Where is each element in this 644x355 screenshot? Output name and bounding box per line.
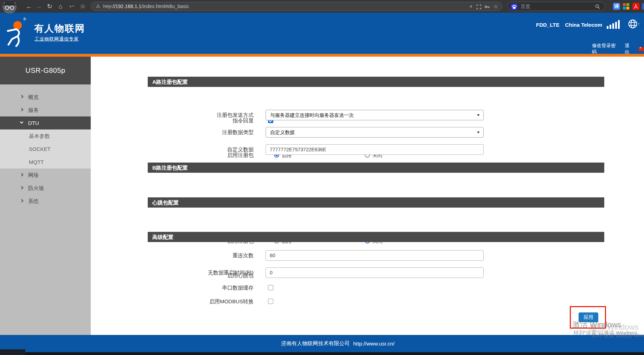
page-footer: 济南有人物联网技术有限公司 http://www.usr.cn/ bbox=[0, 335, 644, 352]
chevron-right-icon bbox=[20, 95, 24, 99]
row-no-data-restart: 无数据重启时间(秒) bbox=[91, 267, 644, 278]
sidebar: USR-G805p 概览 服务 DTU 基本参数 SOCKET MQTT 网络 … bbox=[0, 57, 91, 335]
serial-cache-checkbox[interactable] bbox=[268, 285, 273, 290]
field-label: 重连次数 bbox=[91, 250, 254, 261]
red-annotation-box bbox=[570, 306, 606, 329]
brand-tagline: 工业物联网通信专家 bbox=[34, 36, 79, 42]
header-links: 修改登录密码 退出 ★ bbox=[592, 43, 644, 55]
lightning-icon[interactable]: ⚡ bbox=[467, 2, 474, 11]
sidebar-item-services[interactable]: 服务 bbox=[0, 103, 91, 116]
app-header: ® 有人物联网 工业物联网通信专家 FDD_LTE China Telecom … bbox=[0, 13, 644, 54]
dropdown-caret-icon bbox=[477, 132, 480, 133]
search-icon[interactable] bbox=[595, 4, 600, 9]
browser-toolbar: ← → ↻ ⌂ ↩ ☆ ⚠ http://192.168.1.1/index.h… bbox=[0, 0, 644, 13]
field-label: 自定义数据 bbox=[91, 144, 254, 155]
row-modbus: 启用MODBUS转换 bbox=[91, 298, 644, 305]
footer-company: 济南有人物联网技术有限公司 bbox=[281, 340, 350, 347]
incognito-profile-icon[interactable] bbox=[2, 0, 17, 14]
chevron-down-icon bbox=[20, 120, 24, 124]
translate-extension-icon[interactable]: 译 bbox=[613, 3, 620, 10]
dtu-basic-form: 指令回显 A路注册包配置 启用注册包 启用 关闭 注册包发送方式 与服务器建立连… bbox=[91, 57, 644, 335]
baidu-paw-icon bbox=[511, 4, 517, 10]
traffic-arrows-icon: ↑↓ bbox=[637, 21, 643, 27]
url-path: /index.html#dtu_basic bbox=[141, 4, 189, 9]
row-custom-data: 自定义数据 bbox=[91, 144, 644, 155]
usr-runner-logo bbox=[4, 18, 30, 50]
microsoft-extension-icon[interactable] bbox=[623, 3, 629, 9]
address-bar[interactable]: ⚠ http://192.168.1.1/index.html#dtu_basi… bbox=[91, 2, 502, 11]
chevron-right-icon bbox=[20, 108, 24, 112]
pdf-extension-icon[interactable]: 人 bbox=[632, 3, 639, 10]
select-reg-send-mode[interactable]: 与服务器建立连接时向服务器发送一次 bbox=[266, 110, 484, 120]
page: ← → ↻ ⌂ ↩ ☆ ⚠ http://192.168.1.1/index.h… bbox=[0, 0, 644, 355]
chevron-right-icon bbox=[20, 186, 24, 190]
undo-icon[interactable]: ↩ bbox=[68, 0, 76, 13]
key-icon[interactable] bbox=[484, 4, 490, 9]
reconnect-count-input[interactable] bbox=[266, 250, 484, 261]
dropdown-caret-icon bbox=[477, 114, 480, 116]
search-placeholder: 百度 bbox=[521, 2, 530, 11]
forward-icon[interactable]: → bbox=[34, 0, 43, 13]
url-text[interactable]: http://192.168.1.1/index.html#dtu_basic bbox=[103, 2, 189, 11]
field-label: 无数据重启时间(秒) bbox=[91, 267, 254, 278]
toolbar-search-box[interactable]: 百度 bbox=[508, 2, 605, 11]
brand-title: 有人物联网 bbox=[34, 22, 85, 35]
sidebar-item-system[interactable]: 系统 bbox=[0, 195, 91, 208]
sidebar-item-firewall[interactable]: 防火墙 bbox=[0, 182, 91, 195]
sidebar-item-basic-params[interactable]: 基本参数 bbox=[0, 129, 91, 142]
back-icon[interactable]: ← bbox=[25, 0, 33, 13]
scan-frame-icon[interactable] bbox=[476, 4, 482, 9]
language-flag-icon[interactable]: ★ bbox=[639, 47, 644, 51]
row-reg-send-mode: 注册包发送方式 与服务器建立连接时向服务器发送一次 bbox=[91, 110, 644, 120]
modbus-checkbox[interactable] bbox=[268, 299, 273, 304]
bottom-edge-strip bbox=[0, 352, 644, 355]
not-secure-warning-icon[interactable]: ⚠ bbox=[96, 2, 100, 11]
field-label: 串口数据缓存 bbox=[91, 284, 254, 292]
sidebar-item-overview[interactable]: 概览 bbox=[0, 90, 91, 103]
row-serial-cache: 串口数据缓存 bbox=[91, 284, 644, 292]
footer-website[interactable]: http://www.usr.cn/ bbox=[353, 341, 395, 347]
chevron-right-icon bbox=[20, 173, 24, 177]
no-data-restart-input[interactable] bbox=[266, 267, 484, 278]
url-scheme: http bbox=[103, 4, 111, 9]
custom-data-input[interactable] bbox=[266, 144, 484, 155]
logout-link[interactable]: 退出 bbox=[625, 43, 634, 55]
registered-mark: ® bbox=[23, 17, 26, 21]
url-host: ://192.168.1.1 bbox=[111, 4, 141, 9]
taskbar-corner-fragment bbox=[0, 349, 25, 355]
globe-traffic-icon bbox=[628, 19, 638, 29]
change-password-link[interactable]: 修改登录密码 bbox=[592, 43, 620, 55]
sidebar-item-dtu[interactable]: DTU bbox=[0, 116, 91, 129]
sidebar-item-mqtt[interactable]: MQTT bbox=[0, 156, 91, 169]
row-reg-data-type: 注册数据类型 自定义数据 bbox=[91, 127, 644, 138]
home-icon[interactable]: ⌂ bbox=[56, 0, 65, 13]
sidebar-item-network[interactable]: 网络 bbox=[0, 169, 91, 182]
select-reg-data-type[interactable]: 自定义数据 bbox=[266, 127, 484, 138]
carrier-name: China Telecom bbox=[565, 22, 602, 28]
device-model: USR-G805p bbox=[0, 57, 91, 84]
save-star-icon[interactable]: ☆ bbox=[492, 2, 499, 11]
clipped-extension-icon[interactable] bbox=[642, 3, 644, 9]
field-label: 注册数据类型 bbox=[91, 127, 254, 138]
reload-icon[interactable]: ↻ bbox=[45, 0, 54, 13]
field-label: 启用MODBUS转换 bbox=[91, 298, 254, 305]
chevron-right-icon bbox=[20, 199, 24, 203]
orange-divider bbox=[0, 54, 644, 57]
row-reconnect-count: 重连次数 bbox=[91, 250, 644, 261]
sidebar-item-socket[interactable]: SOCKET bbox=[0, 142, 91, 156]
network-status: FDD_LTE China Telecom bbox=[536, 22, 602, 28]
section-header-reg-b: B路注册包配置 bbox=[148, 163, 604, 173]
field-label: 注册包发送方式 bbox=[91, 110, 254, 120]
section-header-heartbeat: 心跳包配置 bbox=[148, 197, 604, 208]
signal-strength-icon bbox=[607, 20, 620, 29]
section-header-reg-a: A路注册包配置 bbox=[148, 77, 604, 87]
bookmark-star-icon[interactable]: ☆ bbox=[78, 0, 87, 13]
section-header-advanced: 高级配置 bbox=[148, 232, 604, 242]
network-type: FDD_LTE bbox=[536, 22, 559, 28]
